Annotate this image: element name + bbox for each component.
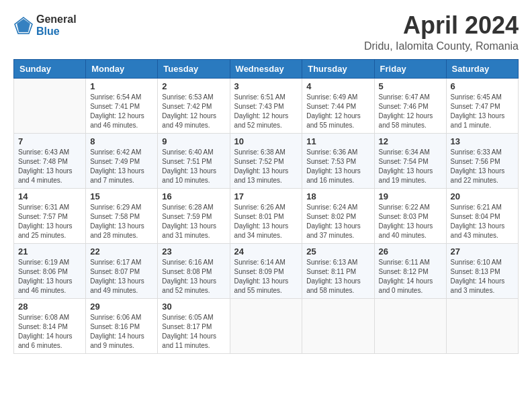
calendar-cell: 17Sunrise: 6:26 AM Sunset: 8:01 PM Dayli… — [230, 189, 302, 244]
day-of-week-header: Monday — [86, 60, 158, 79]
day-info: Sunrise: 6:29 AM Sunset: 7:58 PM Dayligh… — [90, 203, 153, 240]
day-info: Sunrise: 6:24 AM Sunset: 8:02 PM Dayligh… — [306, 203, 369, 240]
logo-general-text: General — [36, 13, 77, 26]
day-number: 12 — [379, 136, 442, 146]
calendar-cell: 27Sunrise: 6:10 AM Sunset: 8:13 PM Dayli… — [446, 244, 518, 299]
calendar-header-row: SundayMondayTuesdayWednesdayThursdayFrid… — [14, 60, 519, 79]
day-info: Sunrise: 6:14 AM Sunset: 8:09 PM Dayligh… — [234, 258, 298, 295]
month-title: April 2024 — [364, 13, 519, 38]
calendar-week-row: 1Sunrise: 6:54 AM Sunset: 7:41 PM Daylig… — [14, 79, 519, 134]
calendar-cell: 14Sunrise: 6:31 AM Sunset: 7:57 PM Dayli… — [14, 189, 86, 244]
calendar-cell — [302, 299, 374, 354]
day-number: 30 — [162, 302, 225, 312]
calendar-table: SundayMondayTuesdayWednesdayThursdayFrid… — [13, 59, 519, 354]
day-number: 18 — [306, 191, 369, 201]
day-info: Sunrise: 6:13 AM Sunset: 8:11 PM Dayligh… — [306, 258, 369, 295]
calendar-cell: 29Sunrise: 6:06 AM Sunset: 8:16 PM Dayli… — [86, 299, 158, 354]
calendar-week-row: 7Sunrise: 6:43 AM Sunset: 7:48 PM Daylig… — [14, 134, 519, 189]
calendar-cell: 19Sunrise: 6:22 AM Sunset: 8:03 PM Dayli… — [374, 189, 446, 244]
day-of-week-header: Thursday — [302, 60, 374, 79]
day-info: Sunrise: 6:10 AM Sunset: 8:13 PM Dayligh… — [451, 258, 514, 295]
day-info: Sunrise: 6:53 AM Sunset: 7:42 PM Dayligh… — [162, 93, 225, 130]
calendar-week-row: 21Sunrise: 6:19 AM Sunset: 8:06 PM Dayli… — [14, 244, 519, 299]
day-info: Sunrise: 6:22 AM Sunset: 8:03 PM Dayligh… — [379, 203, 442, 240]
day-info: Sunrise: 6:40 AM Sunset: 7:51 PM Dayligh… — [162, 148, 225, 185]
day-number: 10 — [234, 136, 298, 146]
day-number: 25 — [306, 246, 369, 257]
day-number: 24 — [234, 246, 298, 257]
calendar-cell: 10Sunrise: 6:38 AM Sunset: 7:52 PM Dayli… — [230, 134, 302, 189]
day-info: Sunrise: 6:21 AM Sunset: 8:04 PM Dayligh… — [451, 203, 514, 240]
day-number: 5 — [379, 81, 442, 91]
day-number: 4 — [306, 81, 369, 91]
day-info: Sunrise: 6:28 AM Sunset: 7:59 PM Dayligh… — [162, 203, 225, 240]
calendar-cell: 1Sunrise: 6:54 AM Sunset: 7:41 PM Daylig… — [86, 79, 158, 134]
day-of-week-header: Saturday — [446, 60, 518, 79]
day-info: Sunrise: 6:42 AM Sunset: 7:49 PM Dayligh… — [90, 148, 153, 185]
calendar-cell: 20Sunrise: 6:21 AM Sunset: 8:04 PM Dayli… — [446, 189, 518, 244]
day-number: 16 — [162, 191, 225, 201]
day-number: 2 — [162, 81, 225, 91]
day-info: Sunrise: 6:45 AM Sunset: 7:47 PM Dayligh… — [451, 93, 514, 130]
calendar-cell: 18Sunrise: 6:24 AM Sunset: 8:02 PM Dayli… — [302, 189, 374, 244]
day-number: 14 — [18, 191, 81, 201]
day-number: 19 — [379, 191, 442, 201]
day-number: 27 — [451, 246, 514, 257]
day-number: 13 — [451, 136, 514, 146]
calendar-cell: 6Sunrise: 6:45 AM Sunset: 7:47 PM Daylig… — [446, 79, 518, 134]
day-info: Sunrise: 6:34 AM Sunset: 7:54 PM Dayligh… — [379, 148, 442, 185]
calendar-cell: 7Sunrise: 6:43 AM Sunset: 7:48 PM Daylig… — [14, 134, 86, 189]
day-of-week-header: Tuesday — [158, 60, 230, 79]
calendar-cell: 13Sunrise: 6:33 AM Sunset: 7:56 PM Dayli… — [446, 134, 518, 189]
day-info: Sunrise: 6:08 AM Sunset: 8:14 PM Dayligh… — [18, 313, 81, 351]
day-number: 7 — [18, 136, 81, 146]
calendar-cell: 30Sunrise: 6:05 AM Sunset: 8:17 PM Dayli… — [158, 299, 230, 354]
day-info: Sunrise: 6:47 AM Sunset: 7:46 PM Dayligh… — [379, 93, 442, 130]
logo: General Blue — [13, 13, 77, 37]
calendar-cell: 4Sunrise: 6:49 AM Sunset: 7:44 PM Daylig… — [302, 79, 374, 134]
calendar-cell: 22Sunrise: 6:17 AM Sunset: 8:07 PM Dayli… — [86, 244, 158, 299]
day-info: Sunrise: 6:11 AM Sunset: 8:12 PM Dayligh… — [379, 258, 442, 295]
day-number: 9 — [162, 136, 225, 146]
day-info: Sunrise: 6:17 AM Sunset: 8:07 PM Dayligh… — [90, 258, 153, 295]
day-number: 21 — [18, 246, 81, 257]
calendar-cell — [14, 79, 86, 134]
calendar-week-row: 14Sunrise: 6:31 AM Sunset: 7:57 PM Dayli… — [14, 189, 519, 244]
day-info: Sunrise: 6:43 AM Sunset: 7:48 PM Dayligh… — [18, 148, 81, 185]
calendar-cell: 28Sunrise: 6:08 AM Sunset: 8:14 PM Dayli… — [14, 299, 86, 354]
day-info: Sunrise: 6:31 AM Sunset: 7:57 PM Dayligh… — [18, 203, 81, 240]
calendar-cell — [446, 299, 518, 354]
day-number: 26 — [379, 246, 442, 257]
calendar-cell: 25Sunrise: 6:13 AM Sunset: 8:11 PM Dayli… — [302, 244, 374, 299]
day-number: 20 — [451, 191, 514, 201]
calendar-cell: 15Sunrise: 6:29 AM Sunset: 7:58 PM Dayli… — [86, 189, 158, 244]
calendar-cell: 16Sunrise: 6:28 AM Sunset: 7:59 PM Dayli… — [158, 189, 230, 244]
day-number: 29 — [90, 302, 153, 312]
day-number: 17 — [234, 191, 298, 201]
logo-text: General Blue — [36, 13, 77, 37]
calendar-cell: 26Sunrise: 6:11 AM Sunset: 8:12 PM Dayli… — [374, 244, 446, 299]
day-info: Sunrise: 6:54 AM Sunset: 7:41 PM Dayligh… — [90, 93, 153, 130]
day-info: Sunrise: 6:16 AM Sunset: 8:08 PM Dayligh… — [162, 258, 225, 295]
calendar-cell: 23Sunrise: 6:16 AM Sunset: 8:08 PM Dayli… — [158, 244, 230, 299]
day-number: 3 — [234, 81, 298, 91]
calendar-week-row: 28Sunrise: 6:08 AM Sunset: 8:14 PM Dayli… — [14, 299, 519, 354]
calendar-cell: 3Sunrise: 6:51 AM Sunset: 7:43 PM Daylig… — [230, 79, 302, 134]
calendar-cell: 21Sunrise: 6:19 AM Sunset: 8:06 PM Dayli… — [14, 244, 86, 299]
day-info: Sunrise: 6:06 AM Sunset: 8:16 PM Dayligh… — [90, 313, 153, 351]
logo-icon — [13, 15, 34, 36]
day-number: 15 — [90, 191, 153, 201]
logo-blue-text: Blue — [36, 26, 77, 38]
calendar-cell: 11Sunrise: 6:36 AM Sunset: 7:53 PM Dayli… — [302, 134, 374, 189]
calendar-cell — [230, 299, 302, 354]
day-info: Sunrise: 6:36 AM Sunset: 7:53 PM Dayligh… — [306, 148, 369, 185]
calendar-cell: 8Sunrise: 6:42 AM Sunset: 7:49 PM Daylig… — [86, 134, 158, 189]
calendar-cell: 9Sunrise: 6:40 AM Sunset: 7:51 PM Daylig… — [158, 134, 230, 189]
day-number: 11 — [306, 136, 369, 146]
day-of-week-header: Friday — [374, 60, 446, 79]
day-number: 8 — [90, 136, 153, 146]
location-text: Dridu, Ialomita County, Romania — [364, 40, 519, 52]
calendar-cell — [374, 299, 446, 354]
calendar-cell: 12Sunrise: 6:34 AM Sunset: 7:54 PM Dayli… — [374, 134, 446, 189]
calendar-cell: 5Sunrise: 6:47 AM Sunset: 7:46 PM Daylig… — [374, 79, 446, 134]
